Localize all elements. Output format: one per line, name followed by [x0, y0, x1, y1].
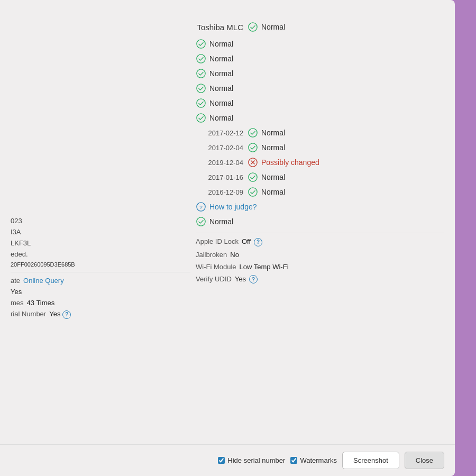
content-area: Toshiba MLC Normal Normal: [0, 0, 455, 444]
status-text-6: Normal: [209, 99, 233, 107]
status-row-9: 2017-02-04 Normal: [196, 141, 444, 154]
serial-row: rial Number Yes ?: [11, 310, 190, 319]
wifi-row: Wi-Fi Module Low Temp Wi-Fi: [196, 263, 444, 271]
status-text-4: Normal: [209, 69, 233, 78]
q-icon-13: ?: [196, 202, 206, 212]
hide-serial-text: Hide serial number: [227, 456, 285, 464]
status-row-4: Normal: [196, 67, 444, 80]
hide-serial-checkbox[interactable]: [218, 457, 225, 464]
svg-point-16: [197, 217, 205, 226]
status-row-8: 2017-02-12 Normal: [196, 126, 444, 140]
top-section: Toshiba MLC Normal Normal: [196, 11, 444, 283]
partial-number: 023: [11, 217, 22, 225]
status-row-6: Normal: [196, 96, 444, 110]
date-8: 2017-02-12: [196, 129, 243, 137]
times-row: mes 43 Times: [11, 299, 190, 307]
status-text-13: How to judge?: [209, 203, 257, 211]
svg-text:?: ?: [199, 204, 203, 210]
status-text-12: Normal: [261, 188, 285, 196]
yes-row: Yes: [11, 288, 190, 296]
online-query-row: ate Online Query: [11, 277, 190, 285]
svg-point-4: [197, 84, 205, 93]
partial-model: I3A: [11, 228, 21, 236]
device-name-text: Toshiba MLC: [197, 23, 243, 32]
check-icon-2: [196, 39, 206, 49]
check-icon-8: [248, 127, 258, 138]
status-list: Toshiba MLC Normal Normal: [190, 0, 455, 444]
svg-point-1: [197, 40, 205, 48]
left-divider: [11, 272, 190, 272]
hide-serial-label[interactable]: Hide serial number: [218, 456, 285, 464]
status-part-8: Normal: [248, 127, 285, 138]
verify-question-icon[interactable]: ?: [249, 275, 258, 283]
status-text-7: Normal: [209, 114, 233, 122]
check-icon-11: [248, 172, 258, 182]
verify-row: Verify UDID Yes ?: [196, 275, 444, 284]
status-row-13: ? How to judge?: [196, 200, 444, 214]
status-part-1: Normal: [248, 22, 285, 32]
apple-id-row: Apple ID Lock Off ?: [196, 237, 444, 246]
partial-row-2: I3A: [11, 228, 190, 236]
status-text-1: Normal: [261, 23, 285, 31]
date-11: 2017-01-16: [196, 173, 243, 181]
status-row-7: Normal: [196, 111, 444, 125]
watermarks-text: Watermarks: [300, 456, 337, 464]
partial-row-3: LKF3L: [11, 239, 190, 247]
verify-label: Verify UDID: [196, 275, 232, 283]
wifi-value: Low Temp Wi-Fi: [240, 263, 289, 271]
check-icon-6: [196, 98, 206, 108]
device-name: Toshiba MLC: [196, 23, 243, 32]
apple-id-question-icon[interactable]: ?: [254, 238, 262, 246]
check-icon-14: [196, 216, 206, 227]
apple-id-value: Off: [242, 237, 251, 245]
check-icon-4: [196, 68, 206, 79]
status-row-3: Normal: [196, 52, 444, 66]
status-row-10: 2019-12-04 Possibly changed: [196, 155, 444, 169]
status-part-12: Normal: [248, 187, 285, 197]
svg-point-5: [197, 99, 205, 107]
svg-point-2: [197, 54, 205, 63]
hash-row: 20FF00260095D3E685B: [11, 261, 190, 268]
online-query-link[interactable]: Online Query: [23, 277, 64, 285]
status-text-5: Normal: [209, 84, 233, 93]
bottom-bar: Hide serial number Watermarks Screenshot…: [0, 444, 455, 476]
svg-point-6: [197, 114, 205, 122]
close-button[interactable]: Close: [405, 452, 444, 469]
status-row-11: 2017-01-16 Normal: [196, 170, 444, 184]
check-icon-12: [248, 187, 258, 197]
yes-value: Yes: [11, 288, 22, 296]
check-icon-1: [248, 22, 258, 32]
check-icon-3: [196, 53, 206, 64]
serial-value: Yes: [49, 310, 60, 318]
check-icon-9: [248, 142, 258, 153]
serial-label: rial Number: [11, 310, 46, 318]
device-row: Toshiba MLC Normal: [196, 20, 444, 34]
date-12: 2016-12-09: [196, 188, 243, 196]
svg-point-3: [197, 69, 205, 78]
watermarks-checkbox[interactable]: [290, 457, 297, 464]
status-part-9: Normal: [248, 142, 285, 153]
status-text-10: Possibly changed: [261, 158, 319, 167]
times-label: mes: [11, 299, 24, 307]
serial-question-icon[interactable]: ?: [62, 310, 71, 319]
partial-code: LKF3L: [11, 239, 31, 247]
times-value: 43 Times: [27, 299, 55, 307]
screenshot-button[interactable]: Screenshot: [342, 452, 399, 469]
jailbroken-row: Jailbroken No: [196, 251, 444, 259]
status-text-3: Normal: [209, 54, 233, 63]
svg-point-0: [249, 23, 257, 31]
apple-id-label: Apple ID Lock: [196, 237, 239, 245]
date-9: 2017-02-04: [196, 144, 243, 152]
status-text-11: Normal: [261, 173, 285, 181]
status-row-14: Normal: [196, 215, 444, 228]
jailbroken-label: Jailbroken: [196, 251, 227, 259]
check-icon-7: [196, 113, 206, 123]
partial-row-4: eded.: [11, 250, 190, 258]
link-ate-label: ate: [11, 277, 20, 285]
jailbroken-value: No: [230, 251, 239, 259]
svg-point-13: [249, 188, 257, 196]
left-data-col: 023 I3A LKF3L eded. 20FF00260095D3E685B …: [0, 0, 196, 444]
watermarks-label[interactable]: Watermarks: [290, 456, 337, 464]
date-10: 2019-12-04: [196, 159, 243, 167]
status-part-10: Possibly changed: [248, 157, 319, 168]
